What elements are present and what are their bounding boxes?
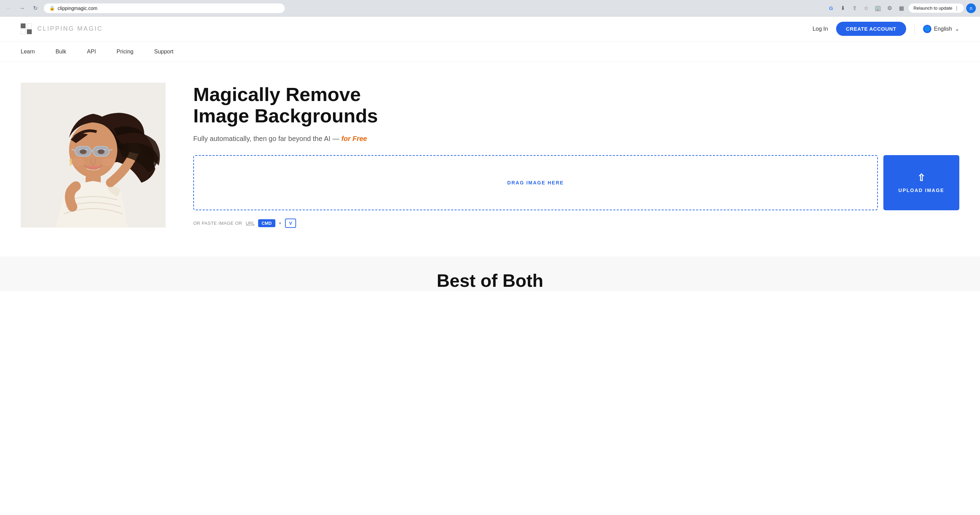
update-label: Relaunch to update: [913, 6, 952, 11]
svg-point-14: [98, 149, 105, 154]
language-button[interactable]: 🌐 English ⌄: [923, 25, 959, 33]
drag-drop-zone[interactable]: DRAG IMAGE HERE: [193, 155, 878, 210]
lock-icon: 🔒: [49, 6, 55, 11]
extensions-download-icon[interactable]: ⬇: [838, 3, 848, 13]
nav-bulk[interactable]: Bulk: [56, 49, 66, 55]
profile-avatar[interactable]: n: [966, 3, 976, 13]
back-button[interactable]: ←: [4, 3, 14, 13]
reload-button[interactable]: ↻: [30, 3, 40, 13]
best-section-title: Best of Both: [21, 270, 959, 291]
forward-button[interactable]: →: [17, 3, 27, 13]
language-label: English: [934, 26, 952, 32]
logo[interactable]: CLIPPING MAGIC: [21, 24, 103, 35]
svg-point-13: [80, 149, 87, 154]
drag-zone-label: DRAG IMAGE HERE: [507, 180, 564, 185]
nav-divider: [915, 24, 915, 35]
chevron-down-icon: ⌄: [955, 25, 959, 32]
puzzle-icon[interactable]: ⚙: [885, 3, 894, 13]
nav-learn[interactable]: Learn: [21, 49, 35, 55]
website-content: CLIPPING MAGIC Log In CREATE ACCOUNT 🌐 E…: [0, 17, 980, 515]
top-navigation: CLIPPING MAGIC Log In CREATE ACCOUNT 🌐 E…: [0, 17, 980, 41]
nav-support[interactable]: Support: [154, 49, 173, 55]
sidebar-icon[interactable]: ▦: [896, 3, 906, 13]
logo-text: CLIPPING MAGIC: [37, 25, 103, 32]
address-bar[interactable]: 🔒 clippingmagic.com: [43, 3, 285, 13]
upload-arrow-icon: ⇧: [917, 172, 926, 184]
nav-right-group: Log In CREATE ACCOUNT 🌐 English ⌄: [813, 22, 959, 36]
subtitle-main-text: Fully automatically, then go far beyond …: [193, 135, 339, 143]
secondary-navigation: Learn Bulk API Pricing Support: [0, 41, 980, 62]
cmd-key: CMD: [258, 219, 275, 227]
hero-content: Magically Remove Image Backgrounds Fully…: [180, 84, 959, 228]
nav-pricing[interactable]: Pricing: [117, 49, 134, 55]
bookmark-icon[interactable]: ☆: [861, 3, 871, 13]
nav-api[interactable]: API: [87, 49, 96, 55]
url-text: clippingmagic.com: [57, 6, 97, 11]
hero-subtitle: Fully automatically, then go far beyond …: [193, 135, 959, 143]
logo-icon: [21, 24, 32, 35]
google-icon[interactable]: G: [826, 3, 836, 13]
woman-svg: [21, 83, 165, 228]
plus-symbol: +: [279, 220, 282, 226]
browser-toolbar: G ⬇ ⇧ ☆ 🏢 ⚙ ▦ Relaunch to update ⋮ n: [826, 3, 976, 13]
upload-btn-label: UPLOAD IMAGE: [899, 187, 945, 193]
svg-point-18: [70, 162, 72, 166]
login-button[interactable]: Log In: [813, 26, 828, 32]
svg-point-17: [69, 159, 72, 162]
globe-icon: 🌐: [923, 25, 931, 33]
upload-area: DRAG IMAGE HERE ⇧ UPLOAD IMAGE: [193, 155, 959, 210]
kangaroo-icon[interactable]: 🏢: [873, 3, 883, 13]
browser-chrome: ← → ↻ 🔒 clippingmagic.com G ⬇ ⇧ ☆ 🏢 ⚙ ▦ …: [0, 0, 980, 17]
paste-area: OR PASTE IMAGE OR URL CMD + V: [193, 219, 959, 228]
share-icon[interactable]: ⇧: [850, 3, 859, 13]
best-section: Best of Both: [0, 257, 980, 291]
hero-image: [21, 83, 165, 229]
hero-title: Magically Remove Image Backgrounds: [193, 84, 959, 126]
svg-point-16: [102, 158, 116, 166]
svg-point-15: [71, 158, 84, 166]
v-key: V: [285, 219, 296, 228]
hero-section: Magically Remove Image Backgrounds Fully…: [0, 62, 980, 257]
subtitle-highlight: for Free: [341, 135, 367, 143]
create-account-button[interactable]: CREATE ACCOUNT: [836, 22, 906, 36]
paste-url-link[interactable]: URL: [246, 220, 255, 226]
paste-text: OR PASTE IMAGE OR: [193, 220, 242, 226]
relaunch-update-button[interactable]: Relaunch to update ⋮: [908, 3, 964, 13]
upload-image-button[interactable]: ⇧ UPLOAD IMAGE: [883, 155, 959, 210]
update-dots-icon: ⋮: [955, 6, 959, 11]
